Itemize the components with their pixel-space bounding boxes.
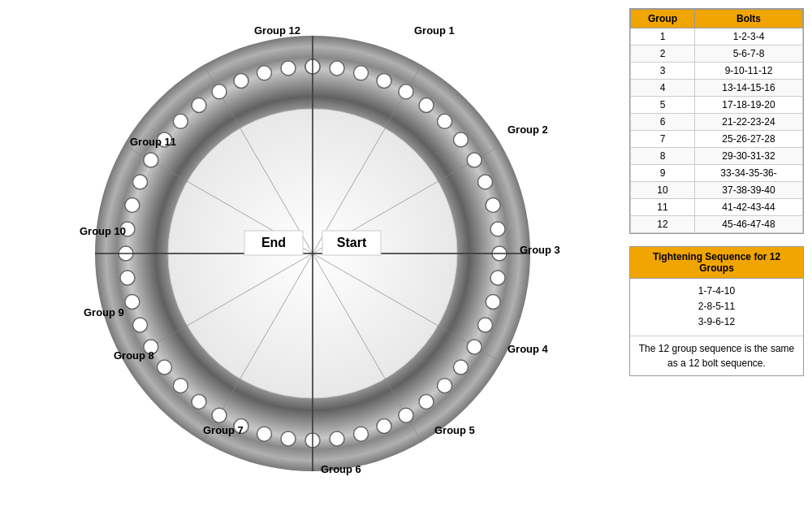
table-cell: 33-34-35-36- [695,165,803,182]
svg-point-38 [281,431,296,446]
table-cell: 37-38-39-40 [695,182,803,199]
svg-point-14 [330,61,344,76]
table-cell: 5-6-7-8 [695,46,803,63]
table-cell: 45-46-47-48 [695,216,803,233]
svg-point-33 [399,408,413,422]
svg-point-22 [477,175,492,189]
tightening-header: Tightening Sequence for 12 Groups [630,247,803,279]
group10-label: Group 10 [80,225,126,237]
svg-point-44 [158,360,172,375]
group12-label: Group 12 [254,24,300,37]
svg-point-15 [354,66,369,80]
svg-point-55 [173,114,188,128]
table-cell: 8 [631,148,695,165]
table-cell: 5 [631,97,695,114]
table-cell: 7 [631,131,695,148]
svg-point-43 [173,379,188,393]
right-panel: Group Bolts 11-2-3-425-6-7-839-10-11-124… [625,0,812,507]
svg-point-53 [144,153,158,167]
table-cell: 13-14-15-16 [695,80,803,97]
svg-point-21 [467,153,482,167]
svg-point-52 [133,175,148,189]
svg-point-31 [438,379,452,393]
table-cell: 29-30-31-32 [695,148,803,165]
svg-point-24 [490,222,505,236]
svg-point-18 [419,98,434,113]
flange-svg: End Start [77,18,548,489]
flange-container: End Start Group 1 Group 2 Group 3 Group … [77,18,548,489]
svg-point-28 [477,318,492,332]
group4-label: Group 4 [508,343,548,355]
group8-label: Group 8 [114,349,154,362]
table-cell: 25-26-27-28 [695,131,803,148]
svg-point-48 [120,271,135,285]
table-cell: 12 [631,216,695,233]
svg-point-17 [399,84,413,99]
table-cell: 3 [631,63,695,80]
svg-point-19 [438,114,452,128]
group5-label: Group 5 [434,424,475,436]
svg-point-32 [419,394,434,409]
diagram-area: End Start Group 1 Group 2 Group 3 Group … [0,0,625,507]
end-label: End [261,236,286,249]
svg-point-47 [125,295,140,310]
svg-point-51 [125,197,140,212]
start-label: Start [337,236,367,249]
svg-point-23 [486,197,500,212]
group2-label: Group 2 [508,124,548,136]
svg-point-59 [257,66,271,80]
tightening-sequence-box: Tightening Sequence for 12 Groups 1-7-4-… [629,246,804,376]
svg-point-36 [330,431,344,446]
table-cell: 1 [631,28,695,46]
tightening-note: The 12 group sequence is the same as a 1… [630,336,803,375]
table-cell: 1-2-3-4 [695,28,803,46]
table-cell: 11 [631,199,695,216]
group7-label: Group 7 [203,424,244,436]
svg-point-39 [257,427,271,441]
table-cell: 2 [631,46,695,63]
group1-label: Group 1 [414,24,455,37]
svg-point-16 [377,74,391,89]
svg-point-46 [133,318,148,332]
svg-point-60 [281,61,296,76]
svg-point-56 [192,98,206,113]
table-cell: 10 [631,182,695,199]
svg-point-20 [453,132,468,147]
group9-label: Group 9 [84,306,124,318]
svg-point-34 [377,418,391,433]
group3-label: Group 3 [520,244,560,256]
table-cell: 21-22-23-24 [695,114,803,131]
svg-point-57 [212,84,227,99]
group-bolts-table: Group Bolts 11-2-3-425-6-7-839-10-11-124… [629,8,804,234]
svg-point-27 [486,295,500,310]
table-cell: 6 [631,114,695,131]
table-cell: 9 [631,165,695,182]
tightening-sequences: 1-7-4-102-8-5-113-9-6-12 [630,279,803,336]
main-content: End Start Group 1 Group 2 Group 3 Group … [0,0,812,507]
svg-point-29 [467,340,482,354]
col-bolts-header: Bolts [695,10,803,28]
svg-point-58 [234,74,248,89]
group6-label: Group 6 [321,463,361,475]
table-cell: 17-18-19-20 [695,97,803,114]
svg-point-41 [212,408,227,422]
svg-point-26 [490,271,505,285]
table-cell: 4 [631,80,695,97]
col-group-header: Group [631,10,695,28]
svg-point-30 [453,360,468,375]
group11-label: Group 11 [130,136,176,148]
svg-point-35 [354,427,369,441]
svg-point-42 [192,394,206,409]
table-cell: 41-42-43-44 [695,199,803,216]
table-cell: 9-10-11-12 [695,63,803,80]
